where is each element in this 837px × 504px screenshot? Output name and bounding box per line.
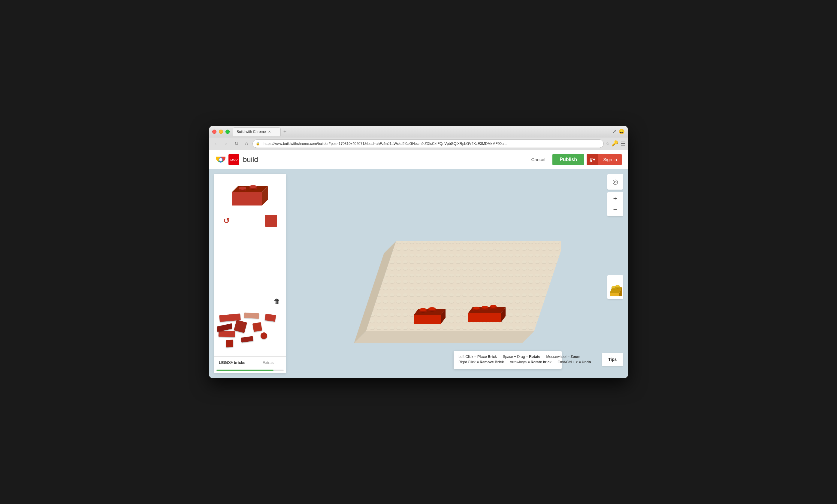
tips-rotate-brick: Arrowkeys = Rotate brick xyxy=(510,360,552,364)
svg-point-24 xyxy=(420,308,427,311)
delete-area: 🗑 xyxy=(214,298,286,305)
tab-extras[interactable]: Extras xyxy=(250,357,286,368)
lego-brick-1 xyxy=(414,307,446,324)
scattered-bricks-display xyxy=(217,312,283,353)
zoom-panel: + − xyxy=(607,192,623,216)
mini-brick-5 xyxy=(218,331,235,337)
publish-button[interactable]: Publish xyxy=(552,154,584,165)
app-header: LEGO build Cancel Publish g+ Sign in xyxy=(209,150,628,169)
tips-place-brick: Left Click = Place Brick xyxy=(459,355,497,359)
brick-controls: ↺ xyxy=(220,215,280,227)
address-bar: ‹ › ↻ ⌂ 🔒 https://www.buildwithchrome.co… xyxy=(209,137,628,150)
zoom-out-button[interactable]: − xyxy=(608,204,622,215)
mini-brick-2 xyxy=(244,313,260,319)
address-input[interactable]: 🔒 https://www.buildwithchrome.com/builde… xyxy=(252,139,604,148)
gold-brick-button[interactable] xyxy=(607,275,623,299)
right-controls: ◎ + − xyxy=(607,174,623,299)
signin-area: g+ Sign in xyxy=(587,154,622,165)
tab-bar: Build with Chrome × + xyxy=(233,128,612,136)
zoom-in-button[interactable]: + xyxy=(608,193,622,204)
emoji-icon: 😄 xyxy=(619,129,625,134)
color-swatch[interactable] xyxy=(265,215,277,227)
canvas-area[interactable]: Left Click = Place Brick Space + Drag = … xyxy=(291,169,628,378)
tips-overlay: Left Click = Place Brick Space + Drag = … xyxy=(453,351,562,369)
app-content: LEGO build Cancel Publish g+ Sign in xyxy=(209,150,628,378)
close-button[interactable] xyxy=(212,130,216,134)
tips-undo: Cmd/Ctrl + z = Undo xyxy=(557,360,591,364)
progress-bar-fill xyxy=(216,370,273,371)
traffic-lights xyxy=(212,130,230,134)
mac-window: Build with Chrome × + ⤢ 😄 ‹ › ↻ ⌂ 🔒 http… xyxy=(209,126,628,378)
gplus-icon[interactable]: g+ xyxy=(587,154,598,165)
header-actions: Cancel Publish g+ Sign in xyxy=(527,154,622,165)
svg-marker-18 xyxy=(354,331,534,343)
build-title: build xyxy=(243,155,258,164)
chrome-logo-icon xyxy=(215,154,226,165)
brick-preview: ↺ xyxy=(214,174,286,298)
mini-brick-7 xyxy=(260,332,267,339)
url-text: https://www.buildwithchrome.com/builder#… xyxy=(262,142,507,146)
target-view-button[interactable]: ◎ xyxy=(607,174,623,190)
svg-marker-20 xyxy=(414,315,441,324)
mini-brick-3 xyxy=(234,320,247,333)
mini-brick-4 xyxy=(252,322,262,332)
logo-area: LEGO build xyxy=(215,154,258,165)
gplus-label: g+ xyxy=(590,157,595,162)
extension-icons: 🔑 xyxy=(611,140,619,147)
svg-marker-29 xyxy=(468,313,501,322)
progress-bar-container xyxy=(216,370,284,371)
target-icon: ◎ xyxy=(612,178,618,186)
tips-button[interactable]: Tips xyxy=(602,353,623,366)
secure-lock-icon: 🔒 xyxy=(256,142,260,146)
signin-button[interactable]: Sign in xyxy=(598,154,622,165)
tab-lego-bricks[interactable]: LEGO® bricks xyxy=(214,357,250,368)
svg-marker-41 xyxy=(610,293,619,296)
base-plate[interactable] xyxy=(336,193,561,349)
tips-row-1: Left Click = Place Brick Space + Drag = … xyxy=(459,355,557,359)
tab-close-button[interactable]: × xyxy=(268,129,270,134)
svg-point-3 xyxy=(219,158,222,161)
restore-icon[interactable]: ⤢ xyxy=(612,129,616,134)
left-panel: ↺ 🗑 xyxy=(214,174,286,373)
chrome-menu-icon[interactable]: ☰ xyxy=(621,141,625,147)
svg-point-27 xyxy=(428,307,435,310)
svg-point-9 xyxy=(239,187,246,190)
mini-brick-10 xyxy=(226,340,233,348)
tips-zoom: Mousewheel = Zoom xyxy=(546,355,580,359)
selected-brick-preview xyxy=(226,180,274,210)
panel-tabs: LEGO® bricks Extras xyxy=(214,356,286,368)
svg-point-48 xyxy=(615,285,620,287)
main-area: ↺ 🗑 xyxy=(209,169,628,378)
tips-rotate: Space + Drag = Rotate xyxy=(503,355,540,359)
lego-brick-2 xyxy=(468,305,505,322)
bookmark-star-icon[interactable]: ☆ xyxy=(606,141,610,146)
lego-logo-icon: LEGO xyxy=(229,154,239,165)
svg-point-39 xyxy=(490,305,497,308)
svg-marker-5 xyxy=(232,192,262,205)
gold-brick-icon xyxy=(608,278,622,296)
back-button[interactable]: ‹ xyxy=(212,139,220,148)
svg-point-33 xyxy=(473,307,480,310)
tab-label: Build with Chrome xyxy=(236,130,266,134)
extension-icon-1[interactable]: 🔑 xyxy=(611,140,619,147)
maximize-button[interactable] xyxy=(226,130,230,134)
rotate-button[interactable]: ↺ xyxy=(223,216,230,226)
svg-marker-16 xyxy=(366,241,561,331)
svg-point-36 xyxy=(482,306,488,309)
active-tab[interactable]: Build with Chrome × xyxy=(233,128,281,136)
window-controls: ⤢ 😄 xyxy=(612,129,625,134)
home-button[interactable]: ⌂ xyxy=(242,139,251,148)
brick-collection xyxy=(214,309,286,356)
tips-row-2: Right Click = Remove Brick Arrowkeys = R… xyxy=(459,360,557,364)
refresh-button[interactable]: ↻ xyxy=(232,139,241,148)
minimize-button[interactable] xyxy=(219,130,223,134)
svg-point-12 xyxy=(249,185,257,188)
mini-brick-9 xyxy=(265,314,276,322)
forward-button[interactable]: › xyxy=(222,139,230,148)
new-tab-button[interactable]: + xyxy=(281,128,289,136)
mini-brick-6 xyxy=(241,336,253,342)
tips-remove-brick: Right Click = Remove Brick xyxy=(459,360,504,364)
cancel-button[interactable]: Cancel xyxy=(527,154,550,164)
delete-button[interactable]: 🗑 xyxy=(273,298,280,305)
title-bar: Build with Chrome × + ⤢ 😄 xyxy=(209,126,628,137)
